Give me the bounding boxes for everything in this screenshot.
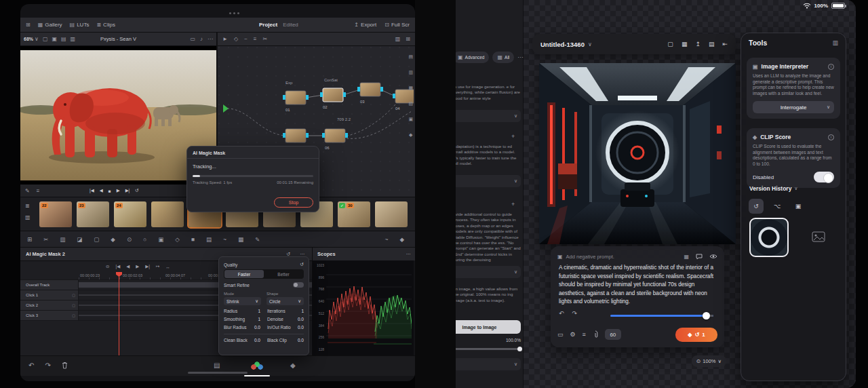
document-title[interactable]: Untitled-13460	[540, 41, 585, 48]
version-history-title[interactable]: Version History	[749, 185, 791, 192]
scope-toggle-icon[interactable]: ~	[384, 236, 388, 243]
clip-thumbnail[interactable]: 24	[114, 201, 146, 227]
redo-icon[interactable]: ↷	[45, 362, 50, 369]
transport-icon[interactable]: ↺	[135, 188, 138, 193]
attachment-icon[interactable]	[593, 330, 598, 338]
more-icon[interactable]: ⋯	[517, 54, 523, 60]
timeline-transport-icon[interactable]: ▶	[136, 264, 139, 269]
node-library-icon[interactable]: ▣	[408, 117, 413, 122]
stop-button[interactable]: Stop	[274, 197, 313, 208]
color-tool-icon[interactable]: ◇	[175, 236, 180, 243]
viewer-tool-icon[interactable]: ▣	[52, 36, 57, 42]
node-view-icon[interactable]: ▥	[395, 36, 401, 42]
viewer-tool-icon[interactable]: ▢	[43, 36, 48, 42]
lora-dropdown[interactable]: ∨	[453, 175, 521, 187]
home-indicator[interactable]	[188, 372, 248, 374]
interrogate-button[interactable]: Interrogate ∨	[753, 101, 834, 113]
strength-slider[interactable]	[453, 348, 521, 350]
strip-mode-icon[interactable]: ≣	[25, 203, 31, 209]
timeline-transport-icon[interactable]: ⊙	[106, 264, 109, 269]
color-tool-icon[interactable]: ○	[143, 236, 146, 243]
generated-image[interactable]	[539, 63, 736, 244]
negative-image-icon[interactable]: ▣	[557, 254, 563, 260]
apps-icon[interactable]: ⊞	[26, 22, 31, 28]
color-tool-icon[interactable]: ▤	[206, 236, 212, 243]
track-option-icon[interactable]: ▢	[72, 313, 75, 317]
mode-dropdown[interactable]: Shrink∨	[224, 297, 261, 305]
clip-thumbnail[interactable]	[375, 201, 408, 227]
audio-icon[interactable]: ♪	[200, 36, 203, 42]
color-tool-icon[interactable]: ▢	[94, 236, 99, 243]
node-library-icon[interactable]: ▤	[408, 54, 413, 60]
generate-button[interactable]: ◆ ↺ 1	[675, 328, 717, 342]
node-tool-icon[interactable]: ✂	[262, 36, 267, 42]
color-tool-icon[interactable]: ~	[223, 236, 226, 243]
info-icon[interactable]: i	[828, 64, 834, 70]
branch-icon[interactable]: ⌥	[770, 199, 785, 214]
gallery-button[interactable]: ▦Gallery	[38, 22, 62, 28]
clip-thumbnail[interactable]	[151, 201, 184, 227]
color-tool-icon[interactable]: ✂	[43, 236, 48, 243]
color-tool-icon[interactable]: ▣	[158, 236, 163, 243]
node-library-icon[interactable]: ▦	[408, 85, 413, 91]
color-tool-icon[interactable]: ⊙	[127, 236, 132, 243]
all-toggle[interactable]: ▦All	[492, 52, 514, 63]
transport-icon[interactable]: ◀	[100, 188, 103, 193]
export-button[interactable]: ↥Export	[354, 22, 376, 28]
quality-faster-option[interactable]: Faster	[224, 270, 264, 278]
add-control-button[interactable]: +	[511, 201, 515, 208]
layers-icon[interactable]: ≡	[37, 188, 40, 194]
copy-icon[interactable]: ▣	[791, 199, 806, 214]
control-dropdown[interactable]: ∨	[453, 266, 521, 278]
color-tool-icon[interactable]: ■	[191, 236, 195, 243]
color-tool-icon[interactable]: ◪	[77, 236, 82, 243]
undo-icon[interactable]: ↶	[559, 310, 564, 317]
color-tool-icon[interactable]: ◆	[111, 236, 115, 243]
playhead[interactable]	[119, 272, 119, 355]
viewer-tool-icon[interactable]: ▤	[61, 36, 66, 42]
fx-page-icon[interactable]: ◆	[290, 362, 296, 369]
scope-toggle-icon[interactable]: ◆	[399, 236, 404, 243]
settings-row[interactable]: Blur Radius0.0 In/Out Ratio0.0	[224, 325, 304, 330]
model-dropdown[interactable]: ∨	[453, 110, 521, 122]
guidance-slider-knob[interactable]	[703, 312, 710, 319]
shape-dropdown[interactable]: Circle∨	[267, 297, 304, 305]
version-thumbnail-selected[interactable]	[749, 218, 789, 257]
panel-toggle-icon[interactable]: ▥	[832, 39, 838, 46]
redo-icon[interactable]: ↷	[572, 310, 578, 317]
node-view-icon[interactable]: ⊞	[406, 36, 410, 42]
settings-row[interactable]: Clean Black0.0 Black Clip0.0	[224, 338, 304, 343]
history-icon[interactable]: ↺	[749, 199, 764, 214]
clip-thumbnail[interactable]: 22	[39, 201, 72, 227]
project-folder-icon[interactable]: ▤	[709, 41, 715, 47]
settings-gear-icon[interactable]: ⚙	[570, 331, 576, 338]
track-option-icon[interactable]: ▢	[72, 293, 75, 297]
quality-better-option[interactable]: Better	[264, 270, 303, 278]
reset-icon[interactable]: ↺	[300, 262, 304, 267]
undo-icon[interactable]: ↶	[28, 362, 34, 369]
more-icon[interactable]: ⋯	[406, 251, 412, 257]
draw-mask-icon[interactable]: ✎	[25, 188, 30, 194]
viewer-zoom-dropdown[interactable]: 68%∨	[24, 36, 39, 42]
canvas-zoom-control[interactable]: ⊙ 100% ∨	[692, 355, 726, 367]
timeline-transport-icon[interactable]: ↔	[165, 265, 170, 269]
transport-icon[interactable]: ▶|	[125, 188, 130, 193]
timeline-transport-icon[interactable]: ◀	[126, 264, 130, 269]
queue-list-icon[interactable]: ≡	[583, 331, 586, 338]
advanced-toggle[interactable]: ▣Advanced	[453, 52, 489, 63]
color-page-icon[interactable]	[251, 362, 263, 372]
new-document-icon[interactable]: ▢	[667, 41, 673, 47]
node-tool-icon[interactable]: ~	[244, 36, 248, 42]
color-tool-icon[interactable]: ⊞	[27, 236, 32, 243]
settings-row[interactable]: Smoothing1 Denoise0.0	[224, 317, 304, 322]
clip-thumbnail[interactable]: ✓30	[338, 201, 370, 227]
node-library-icon[interactable]: ▧	[408, 101, 413, 106]
color-tool-icon[interactable]: ✎	[255, 236, 260, 243]
collapse-panel-icon[interactable]: ⇤	[722, 41, 728, 47]
add-lora-button[interactable]: +	[511, 133, 515, 140]
timeline-transport-icon[interactable]: ▶|	[145, 264, 150, 269]
share-icon[interactable]: ↥	[695, 41, 701, 47]
luts-button[interactable]: ▤LUTs	[70, 22, 90, 28]
clip-score-toggle[interactable]	[814, 172, 834, 182]
node-library-icon[interactable]: ◆	[408, 132, 413, 138]
